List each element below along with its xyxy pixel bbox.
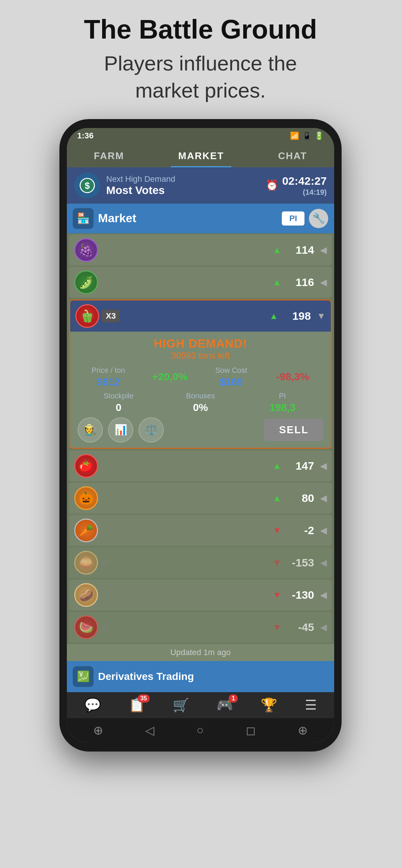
grapes-chevron: ◀ — [320, 245, 327, 255]
change2-value: -98,3% — [262, 371, 324, 383]
high-demand-tons: 30593 tons left — [78, 351, 323, 361]
commodity-row-peas[interactable]: 🫛 ▲ 116 ◀ — [69, 267, 332, 298]
sow-cost-value: $169 — [200, 376, 262, 388]
alarm-icon: ⏰ — [265, 179, 278, 191]
watermelon-price: ▼ -45 ◀ — [273, 621, 327, 634]
pi-stat: PI 198,3 — [241, 392, 323, 414]
onion-disabled-icon: ⊘ — [101, 558, 108, 568]
tools-icon[interactable]: 🔧 — [309, 209, 328, 228]
carrot-icon: 🥕 — [74, 519, 98, 542]
commodity-row-potato[interactable]: 🥔 ▼ -130 ◀ — [69, 579, 332, 611]
sell-button[interactable]: SELL — [264, 419, 323, 441]
demand-timer: ⏰ 02:42:27 (14:19) — [265, 174, 327, 197]
page-title: The Battle Ground — [84, 15, 317, 44]
chart-icon-btn[interactable]: 📊 — [108, 417, 133, 443]
tomato-price: ▲ 147 ◀ — [273, 460, 327, 472]
android-home[interactable]: ○ — [196, 723, 203, 737]
android-nav: ⊕ ◁ ○ ◻ ⊕ — [67, 718, 334, 743]
potato-price: ▼ -130 ◀ — [273, 589, 327, 601]
onion-chevron: ◀ — [320, 558, 327, 568]
pepper-chevron: ▼ — [317, 311, 326, 321]
pumpkin-value: 80 — [284, 492, 314, 504]
demand-bar: $ Next High Demand Most Votes ⏰ 02:42:27… — [67, 167, 334, 204]
demand-action-icons: 🧑‍🌾 📊 ⚖️ — [78, 417, 164, 443]
commodity-row-carrot[interactable]: 🥕 ▼ -2 ◀ — [69, 515, 332, 546]
nav-cart[interactable]: 🛒 — [173, 697, 189, 713]
change2-stat: -98,3% — [262, 371, 324, 383]
android-back[interactable]: ◁ — [145, 723, 154, 737]
onion-down-arrow: ▼ — [273, 558, 281, 568]
grapes-price: ▲ 114 ◀ — [273, 244, 327, 256]
sow-cost-stat: Sow Cost $169 — [200, 366, 262, 388]
grapes-icon: 🍇 — [74, 238, 98, 262]
watermelon-down-arrow: ▼ — [273, 622, 281, 632]
change-stat: +20,0% — [139, 371, 201, 383]
price-value: $612 — [78, 376, 139, 388]
farmer-icon-btn[interactable]: 🧑‍🌾 — [78, 417, 103, 443]
bonuses-label: Bonuses — [160, 392, 242, 400]
market-header: 🏪 Market PI 🔧 — [67, 204, 334, 233]
status-icons: 📶 📱 🔋 — [290, 131, 324, 140]
pumpkin-chevron: ◀ — [320, 493, 327, 503]
bottom-nav: 💬 📋 35 🛒 🎮 1 🏆 ☰ — [67, 692, 334, 718]
page-header: The Battle Ground Players influence them… — [54, 15, 347, 104]
nav-menu[interactable]: ☰ — [305, 697, 317, 713]
peas-icon: 🫛 — [74, 270, 98, 294]
bonuses-value: 0% — [160, 402, 242, 414]
bonuses-stat: Bonuses 0% — [160, 392, 242, 414]
nav-tab-farm[interactable]: FARM — [87, 147, 132, 167]
commodity-row-onion[interactable]: 🧅 ⊘ ▼ -153 ◀ — [69, 547, 332, 578]
tomato-icon: 🍅 — [74, 454, 98, 478]
svg-text:$: $ — [85, 181, 90, 191]
potato-value: -130 — [284, 589, 314, 601]
tomato-up-arrow: ▲ — [273, 461, 281, 471]
demand-info: Next High Demand Most Votes — [106, 174, 260, 197]
peas-chevron: ◀ — [320, 277, 327, 287]
high-demand-title: HIGH DEMAND! — [78, 337, 323, 351]
trophy-icon: 🏆 — [261, 697, 277, 713]
inventory-badge: 35 — [138, 694, 150, 703]
android-recent[interactable]: ◻ — [246, 723, 256, 737]
watermelon-disabled-icon: ⊘ — [101, 622, 108, 632]
updated-text: Updated 1m ago — [170, 648, 231, 657]
timer-main: 02:42:27 — [282, 174, 327, 188]
pepper-up-arrow: ▲ — [269, 311, 278, 321]
tomato-chevron: ◀ — [320, 461, 327, 471]
onion-price: ▼ -153 ◀ — [273, 556, 327, 569]
pepper-price: ▲ 198 ▼ — [269, 310, 326, 322]
scale-icon-btn[interactable]: ⚖️ — [138, 417, 164, 443]
stockpile-stat: Stockpile 0 — [78, 392, 160, 414]
pumpkin-icon: 🎃 — [74, 486, 98, 510]
demand-stats-row2: Stockpile 0 Bonuses 0% PI 198,3 — [78, 392, 323, 414]
carrot-price: ▼ -2 ◀ — [273, 524, 327, 537]
potato-chevron: ◀ — [320, 590, 327, 600]
nav-chat[interactable]: 💬 — [84, 697, 101, 713]
market-header-icon: 🏪 — [73, 208, 94, 229]
nav-tab-market[interactable]: MARKET — [171, 147, 231, 167]
nav-games[interactable]: 🎮 1 — [216, 697, 233, 713]
signal-icon: 📱 — [302, 131, 312, 140]
commodity-row-watermelon[interactable]: 🍉 ⊘ ▼ -45 ◀ — [69, 612, 332, 643]
peas-price: ▲ 116 ◀ — [273, 276, 327, 289]
watermelon-chevron: ◀ — [320, 622, 327, 632]
demand-stats-row1: Price / ton $612 +20,0% Sow Cost $169 -9… — [78, 366, 323, 388]
android-left[interactable]: ⊕ — [93, 723, 103, 737]
red-pepper-row[interactable]: 🫑 X3 ▲ 198 ▼ — [70, 300, 331, 332]
android-right[interactable]: ⊕ — [298, 723, 308, 737]
nav-tab-chat[interactable]: CHAT — [271, 147, 314, 167]
commodity-row-grapes[interactable]: 🍇 ▲ 114 ◀ — [69, 234, 332, 266]
games-badge: 1 — [229, 694, 238, 703]
market-header-title: Market — [98, 211, 277, 225]
nav-trophy[interactable]: 🏆 — [261, 697, 277, 713]
watermelon-icon: 🍉 — [74, 615, 98, 639]
dollar-icon: $ — [79, 178, 95, 193]
grapes-up-arrow: ▲ — [273, 245, 281, 255]
nav-inventory[interactable]: 📋 35 — [128, 697, 145, 713]
pi-badge[interactable]: PI — [282, 211, 304, 226]
status-time: 1:36 — [77, 131, 94, 141]
commodity-row-pumpkin[interactable]: 🎃 ▲ 80 ◀ — [69, 483, 332, 514]
derivatives-bar[interactable]: 💹 Derivatives Trading — [67, 661, 334, 692]
onion-icon: 🧅 — [74, 551, 98, 575]
demand-value: Most Votes — [106, 184, 260, 197]
commodity-row-tomato[interactable]: 🍅 ▲ 147 ◀ — [69, 450, 332, 481]
